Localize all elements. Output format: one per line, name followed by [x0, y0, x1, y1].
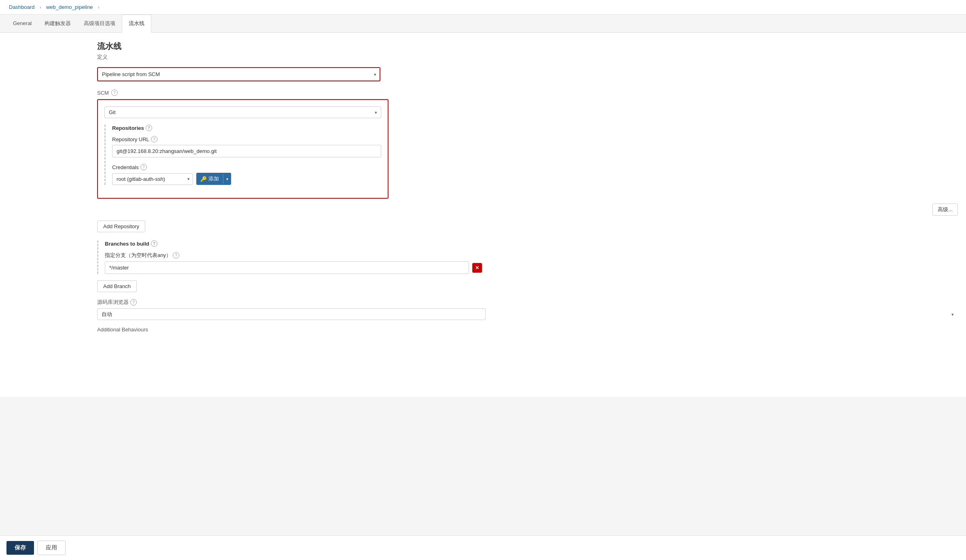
content-area: 流水线 定义 Pipeline script from SCM Pipeline… — [0, 33, 966, 397]
credentials-label: Credentials ? — [112, 164, 381, 170]
branch-field-label-text: 指定分支（为空时代表any） — [105, 252, 171, 259]
repositories-label-text: Repositories — [112, 125, 144, 131]
credentials-select[interactable]: root (gitlab-auth-ssh) - none - — [112, 173, 193, 185]
additional-behaviours-label: Additional Behaviours — [97, 327, 958, 333]
add-credentials-main[interactable]: 🔑 添加 — [196, 173, 223, 185]
credentials-label-text: Credentials — [112, 164, 139, 170]
credentials-select-wrapper[interactable]: root (gitlab-auth-ssh) - none - — [112, 173, 193, 185]
source-browser-select[interactable]: 自动 — [97, 308, 486, 320]
scm-select[interactable]: Git None — [104, 106, 381, 118]
branch-field-label: 指定分支（为空时代表any） ? — [105, 252, 958, 259]
source-browser-label: 源码库浏览器 ? — [97, 299, 958, 306]
pipeline-subtitle: 定义 — [97, 53, 958, 61]
repo-url-label: Repository URL ? — [112, 136, 381, 142]
repositories-title: Repositories ? — [112, 125, 381, 131]
pipeline-title: 流水线 — [97, 41, 958, 52]
breadcrumb-sep2: › — [98, 4, 100, 10]
add-branch-button[interactable]: Add Branch — [97, 280, 137, 292]
scm-label-text: SCM — [97, 90, 109, 96]
branches-section: Branches to build ? 指定分支（为空时代表any） ? ✕ — [97, 240, 958, 274]
repo-url-help-icon[interactable]: ? — [151, 136, 157, 142]
source-browser-section: 源码库浏览器 ? 自动 — [97, 299, 958, 320]
breadcrumb-pipeline[interactable]: web_demo_pipeline — [46, 4, 93, 10]
branch-input[interactable] — [105, 261, 469, 274]
definition-select[interactable]: Pipeline script from SCM Pipeline script — [98, 68, 380, 81]
branches-help-icon[interactable]: ? — [151, 240, 157, 247]
source-browser-help-icon[interactable]: ? — [130, 299, 137, 305]
repo-url-section: Repository URL ? — [112, 136, 381, 157]
scm-help-icon[interactable]: ? — [111, 89, 118, 96]
advanced-button[interactable]: 高级... — [932, 204, 958, 216]
scm-label: SCM ? — [97, 89, 958, 96]
add-label-text: 添加 — [208, 175, 219, 182]
tabs-bar: General 构建触发器 高级项目选项 流水线 — [0, 15, 966, 33]
definition-dropdown[interactable]: Pipeline script from SCM Pipeline script… — [97, 67, 380, 81]
remove-branch-button[interactable]: ✕ — [472, 263, 482, 273]
source-browser-select-wrapper[interactable]: 自动 — [97, 308, 958, 320]
tab-general[interactable]: General — [6, 15, 38, 32]
breadcrumb-sep1: › — [40, 4, 41, 10]
branch-help-icon[interactable]: ? — [173, 252, 179, 259]
scm-section: SCM ? Git None Repositories ? — [97, 89, 958, 333]
repositories-section: Repositories ? Repository URL ? Credenti… — [104, 125, 381, 185]
tab-build-triggers[interactable]: 构建触发器 — [38, 15, 77, 33]
credentials-help-icon[interactable]: ? — [140, 164, 147, 170]
credentials-row: root (gitlab-auth-ssh) - none - 🔑 添加 ▾ — [112, 173, 381, 185]
advanced-row: 高级... — [97, 204, 958, 221]
repo-url-input[interactable] — [112, 145, 381, 157]
repo-url-label-text: Repository URL — [112, 136, 149, 142]
source-browser-label-text: 源码库浏览器 — [97, 299, 129, 306]
add-credentials-caret[interactable]: ▾ — [223, 174, 231, 184]
tab-advanced-options[interactable]: 高级项目选项 — [77, 15, 122, 33]
credentials-section: Credentials ? root (gitlab-auth-ssh) - n… — [112, 164, 381, 185]
add-repository-button[interactable]: Add Repository — [97, 221, 145, 232]
tab-pipeline[interactable]: 流水线 — [122, 15, 151, 33]
branches-label-text: Branches to build — [105, 241, 149, 247]
branch-row: ✕ — [105, 261, 958, 274]
add-credentials-btn[interactable]: 🔑 添加 ▾ — [196, 173, 231, 185]
branches-title: Branches to build ? — [105, 240, 958, 247]
breadcrumb: Dashboard › web_demo_pipeline › — [0, 0, 966, 15]
key-icon: 🔑 — [200, 176, 207, 182]
breadcrumb-dashboard[interactable]: Dashboard — [9, 4, 35, 10]
git-box: Git None Repositories ? Repository URL ? — [97, 99, 389, 199]
repositories-help-icon[interactable]: ? — [146, 125, 152, 131]
scm-select-wrapper[interactable]: Git None — [104, 106, 381, 118]
